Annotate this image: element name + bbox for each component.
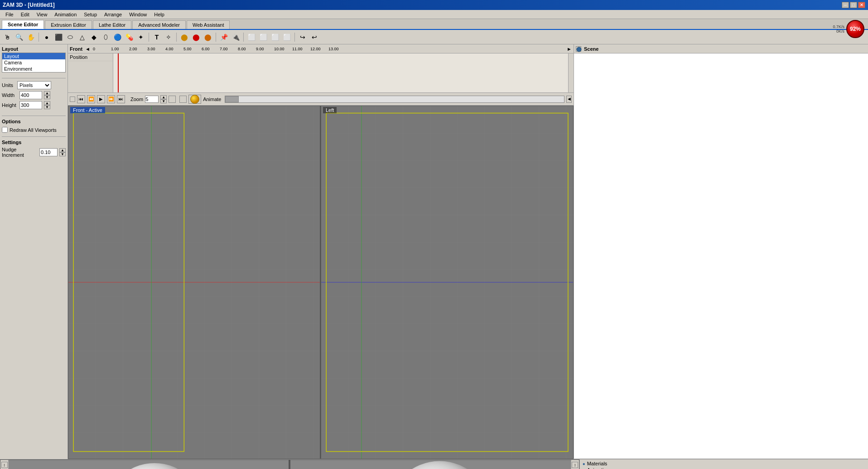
zoom-down[interactable]: ▼ bbox=[160, 99, 167, 103]
layout-item-layout[interactable]: Layout bbox=[2, 53, 65, 59]
height-down[interactable]: ▼ bbox=[44, 105, 50, 109]
tool-square2[interactable]: ⬜ bbox=[258, 32, 269, 43]
tool-cube[interactable]: ⬛ bbox=[53, 32, 64, 43]
tool-sphere[interactable]: ● bbox=[41, 32, 52, 43]
tool-cylinder[interactable]: ⬭ bbox=[65, 32, 76, 43]
timeline-next[interactable]: ⏩ bbox=[107, 95, 115, 103]
timeline-play[interactable]: ▶ bbox=[97, 95, 105, 103]
redraw-label: Redraw All Viewports bbox=[10, 127, 57, 133]
viewport-left-label: Left bbox=[323, 107, 337, 113]
timeline-rewind[interactable]: ⏮ bbox=[77, 95, 85, 103]
layout-item-camera[interactable]: Camera bbox=[2, 59, 65, 66]
viewport-left-grid bbox=[321, 106, 573, 459]
tool-light-yellow[interactable]: ⬤ bbox=[179, 32, 190, 43]
timeline-scroll-btn[interactable]: ◄ bbox=[566, 96, 572, 103]
zoom-input[interactable] bbox=[145, 96, 159, 103]
tool-plugin[interactable]: 🔌 bbox=[230, 32, 241, 43]
minimize-button[interactable]: ─ bbox=[842, 2, 849, 8]
tool-pin[interactable]: 📌 bbox=[218, 32, 229, 43]
tool-capsule[interactable]: 💊 bbox=[124, 32, 135, 43]
toolbar-separator-1 bbox=[39, 33, 39, 42]
nudge-up[interactable]: ▲ bbox=[59, 148, 66, 152]
maximize-button[interactable]: □ bbox=[850, 2, 857, 8]
timeline-prev[interactable]: ⏪ bbox=[87, 95, 95, 103]
redraw-checkbox[interactable] bbox=[2, 127, 8, 133]
nav-materials[interactable]: ● Materials bbox=[582, 460, 866, 467]
tool-undo[interactable]: ↩ bbox=[309, 32, 320, 43]
layout-item-environment[interactable]: Environment bbox=[2, 66, 65, 72]
menu-file[interactable]: File bbox=[2, 11, 17, 18]
menu-setup[interactable]: Setup bbox=[80, 11, 101, 18]
vp-ctrl-1[interactable]: ↕ bbox=[1, 462, 8, 468]
nudge-input[interactable] bbox=[39, 148, 58, 156]
menu-edit[interactable]: Edit bbox=[17, 11, 33, 18]
menu-view[interactable]: View bbox=[33, 11, 51, 18]
width-up[interactable]: ▲ bbox=[44, 91, 50, 95]
menu-animation[interactable]: Animation bbox=[51, 11, 80, 18]
menu-window[interactable]: Window bbox=[125, 11, 150, 18]
tool-star[interactable]: ✧ bbox=[163, 32, 174, 43]
zoom-fit-btn[interactable] bbox=[169, 96, 176, 103]
tool-text[interactable]: T bbox=[151, 32, 162, 43]
timeline-scrollbar-v[interactable] bbox=[568, 53, 574, 92]
timeline-options-btn[interactable] bbox=[179, 96, 187, 103]
height-up[interactable]: ▲ bbox=[44, 101, 50, 105]
vp-right-ctrl-1[interactable]: ↕ bbox=[572, 462, 578, 468]
tool-material-orange[interactable]: ⬤ bbox=[203, 32, 213, 43]
tool-redo[interactable]: ↪ bbox=[297, 32, 308, 43]
width-down[interactable]: ▼ bbox=[44, 95, 50, 99]
zoom-spinner: ▲ ▼ bbox=[160, 95, 167, 103]
nudge-down[interactable]: ▼ bbox=[59, 152, 66, 156]
bottom-viewport-left[interactable]: ↕ ⊕ ⊡ 🔴 bbox=[0, 459, 289, 469]
timeline-scroll-left[interactable]: ◄ bbox=[85, 46, 90, 52]
menu-arrange[interactable]: Arrange bbox=[101, 11, 125, 18]
animate-icon[interactable] bbox=[188, 95, 201, 104]
tab-extrusion-editor[interactable]: Extrusion Editor bbox=[45, 20, 92, 29]
sidebar-divider-1 bbox=[2, 78, 66, 78]
zoom-label: Zoom bbox=[130, 97, 143, 102]
tab-advanced-modeler[interactable]: Advanced Modeler bbox=[132, 20, 186, 29]
timeline-scrollbar-h[interactable] bbox=[225, 96, 564, 103]
tool-square4[interactable]: ⬜ bbox=[281, 32, 292, 43]
tool-tube[interactable]: 🔵 bbox=[112, 32, 123, 43]
menu-help[interactable]: Help bbox=[150, 11, 168, 18]
nudge-row: Nudge Increment ▲ ▼ bbox=[2, 147, 66, 158]
units-row: Units Pixels Inches Centimeters bbox=[2, 81, 66, 89]
timeline-play-mode[interactable] bbox=[70, 97, 75, 102]
units-select[interactable]: Pixels Inches Centimeters bbox=[17, 81, 51, 89]
height-input[interactable] bbox=[19, 101, 42, 109]
tool-square3[interactable]: ⬜ bbox=[270, 32, 280, 43]
bottom-left-vp-controls: ↕ ⊕ ⊡ 🔴 bbox=[0, 460, 9, 469]
viewport-left[interactable]: Left bbox=[321, 106, 574, 459]
tool-cone[interactable]: △ bbox=[77, 32, 87, 43]
tool-square1[interactable]: ⬜ bbox=[246, 32, 257, 43]
width-input[interactable] bbox=[19, 91, 42, 99]
layout-list: Layout Camera Environment bbox=[2, 53, 66, 73]
svg-rect-7 bbox=[326, 113, 568, 452]
tool-torus[interactable]: ⬯ bbox=[100, 32, 111, 43]
tool-diamond[interactable]: ◆ bbox=[88, 32, 99, 43]
right-panel: Scene bbox=[574, 44, 868, 459]
scene-tree[interactable] bbox=[574, 53, 868, 459]
tool-pan[interactable]: ✋ bbox=[25, 32, 36, 43]
timeline-scroll-right[interactable]: ► bbox=[567, 46, 572, 52]
width-label: Width bbox=[2, 92, 18, 98]
tab-web-assistant[interactable]: Web Assistant bbox=[187, 20, 230, 29]
tool-material-red[interactable]: ⬤ bbox=[191, 32, 202, 43]
toolbar-separator-2 bbox=[149, 33, 149, 42]
position-track-label: Position bbox=[68, 53, 113, 61]
tool-gem[interactable]: ✦ bbox=[135, 32, 146, 43]
timeline-end[interactable]: ⏭ bbox=[117, 95, 125, 103]
tool-select[interactable]: 🖱 bbox=[2, 32, 13, 43]
tab-scene-editor[interactable]: Scene Editor bbox=[2, 20, 44, 29]
sphere-left bbox=[105, 463, 204, 469]
bottom-viewport-right[interactable]: ↕ ⊕ ⊡ bbox=[290, 459, 579, 469]
viewport-front[interactable]: Front - Active bbox=[68, 106, 321, 459]
tab-lathe-editor[interactable]: Lathe Editor bbox=[93, 20, 131, 29]
zoom-up[interactable]: ▲ bbox=[160, 95, 167, 99]
close-button[interactable]: ✕ bbox=[858, 2, 865, 8]
tool-zoom[interactable]: 🔍 bbox=[14, 32, 24, 43]
svg-rect-3 bbox=[73, 113, 184, 452]
scene-tree-icon[interactable] bbox=[576, 46, 581, 52]
nav-animations[interactable]: ● Animations bbox=[582, 467, 866, 469]
